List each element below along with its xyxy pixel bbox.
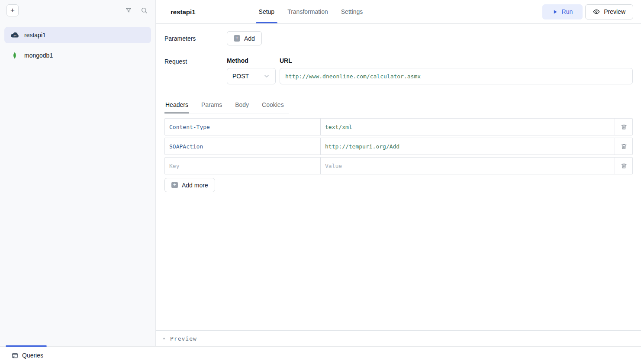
query-editor-panel: restapi1 Setup Transformation Settings R…	[156, 0, 641, 346]
add-parameter-label: Add	[244, 35, 255, 42]
delete-row-button[interactable]	[615, 138, 632, 155]
app-window: + API restapi1	[0, 0, 641, 364]
chevron-down-icon	[263, 73, 270, 80]
add-more-button[interactable]: + Add more	[164, 178, 215, 192]
header-value-input[interactable]	[321, 158, 615, 174]
search-icon[interactable]	[139, 6, 149, 15]
header-key-cell	[165, 158, 321, 174]
header-row	[164, 138, 633, 155]
editor-tabs: Setup Transformation Settings	[259, 0, 363, 23]
subtab-params[interactable]: Params	[200, 98, 223, 113]
header-key-cell	[165, 119, 321, 135]
preview-button[interactable]: Preview	[585, 4, 633, 19]
url-input[interactable]	[280, 68, 633, 84]
tab-setup[interactable]: Setup	[259, 0, 275, 23]
filter-icon[interactable]	[124, 6, 133, 15]
method-label: Method	[227, 57, 276, 64]
header-row-empty	[164, 157, 633, 174]
eye-icon	[593, 8, 600, 15]
preview-button-label: Preview	[604, 8, 625, 15]
tab-transformation[interactable]: Transformation	[287, 0, 328, 23]
header-key-input[interactable]	[165, 138, 320, 155]
request-subtabs: Headers Params Body Cookies	[164, 98, 289, 113]
header-actions: Run Preview	[542, 0, 633, 23]
query-editor-header: restapi1 Setup Transformation Settings R…	[156, 0, 641, 24]
query-list: API restapi1 mongodb1	[0, 20, 155, 346]
run-button[interactable]: Run	[542, 4, 583, 19]
preview-panel-label: Preview	[170, 335, 197, 342]
query-item-label: mongodb1	[24, 52, 53, 59]
plus-icon: +	[234, 35, 240, 42]
header-value-cell	[321, 119, 615, 135]
url-label: URL	[280, 57, 633, 64]
preview-panel-toggle[interactable]: Preview	[156, 330, 641, 346]
query-list-sidebar: + API restapi1	[0, 0, 156, 346]
header-value-cell	[321, 138, 615, 155]
header-value-cell	[321, 158, 615, 174]
subtab-cookies[interactable]: Cookies	[261, 98, 285, 113]
header-key-input[interactable]	[165, 119, 320, 135]
request-label: Request	[164, 57, 227, 84]
request-row: Request Method POST URL	[164, 57, 633, 84]
queries-tab-active-indicator	[6, 345, 47, 347]
add-more-row: + Add more	[164, 178, 633, 192]
query-item-restapi1[interactable]: API restapi1	[4, 27, 151, 43]
run-button-label: Run	[562, 8, 573, 15]
queries-tab-label: Queries	[22, 352, 43, 359]
method-select[interactable]: POST	[227, 68, 276, 84]
query-title: restapi1	[171, 0, 196, 23]
header-value-input[interactable]	[321, 119, 615, 135]
query-item-mongodb1[interactable]: mongodb1	[4, 47, 151, 64]
subtab-headers[interactable]: Headers	[164, 98, 189, 113]
setup-tab-content: Parameters + Add Request Method POST	[156, 24, 641, 330]
url-field: URL	[280, 57, 633, 84]
add-query-button[interactable]: +	[6, 4, 19, 16]
header-value-input[interactable]	[321, 138, 615, 155]
add-parameter-button[interactable]: + Add	[227, 31, 262, 45]
collapse-up-icon	[162, 336, 166, 341]
add-more-label: Add more	[182, 182, 208, 189]
queries-tab[interactable]: Queries	[6, 352, 43, 359]
main-row: + API restapi1	[0, 0, 641, 346]
bottom-panel-bar: Queries	[0, 346, 641, 364]
mongodb-icon	[10, 51, 19, 60]
method-selected-value: POST	[232, 73, 249, 80]
method-field: Method POST	[227, 57, 276, 84]
subtab-body[interactable]: Body	[234, 98, 250, 113]
rest-api-icon: API	[10, 30, 19, 40]
headers-table	[164, 118, 633, 174]
queries-icon	[12, 352, 18, 359]
plus-icon: +	[171, 182, 178, 188]
delete-row-button[interactable]	[615, 119, 632, 135]
parameters-label: Parameters	[164, 35, 227, 42]
query-item-label: restapi1	[24, 32, 46, 39]
sidebar-toolbar: +	[0, 0, 155, 20]
svg-text:API: API	[13, 35, 16, 37]
play-icon	[552, 9, 558, 15]
delete-row-button[interactable]	[615, 158, 632, 174]
header-key-input[interactable]	[165, 158, 320, 174]
header-key-cell	[165, 138, 321, 155]
header-row	[164, 118, 633, 135]
tab-settings[interactable]: Settings	[341, 0, 363, 23]
parameters-row: Parameters + Add	[164, 31, 633, 45]
